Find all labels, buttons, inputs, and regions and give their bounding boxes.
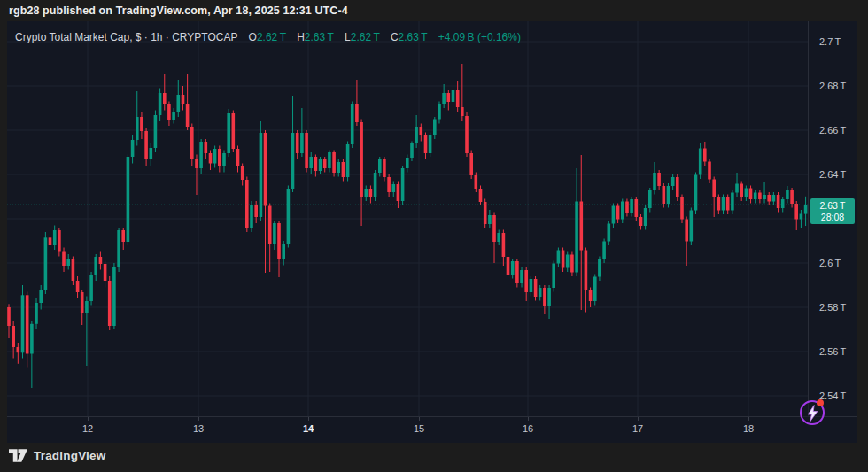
candle-body	[195, 159, 198, 168]
candle-body	[465, 116, 469, 153]
candle-body	[507, 257, 510, 275]
candle-body	[648, 190, 652, 208]
candle-body	[420, 127, 423, 135]
candle-body	[26, 295, 29, 353]
candle-body	[438, 104, 441, 120]
candle-body	[630, 199, 633, 213]
candle-body	[150, 148, 153, 159]
candle-body	[456, 90, 460, 107]
candle-body	[383, 159, 386, 177]
candle-body	[758, 193, 762, 200]
candle-body	[227, 113, 230, 153]
candle-body	[598, 259, 601, 277]
candle-body	[625, 202, 629, 213]
time-axis[interactable]: 12131415161718	[7, 416, 857, 443]
time-axis-tick	[419, 417, 420, 421]
candle-body	[159, 93, 162, 115]
candle-body	[397, 184, 400, 201]
candle-body	[401, 168, 405, 201]
time-axis-label: 16	[523, 423, 533, 434]
price-axis-label: 2.54 T	[819, 390, 846, 402]
candle-body	[136, 117, 139, 140]
candle-body	[309, 157, 313, 168]
candle-body	[387, 177, 391, 192]
candle-body	[369, 189, 373, 197]
attribution-text: rgb28 published on TradingView.com, Apr …	[9, 4, 348, 17]
candle-body	[763, 195, 766, 199]
candle-body	[479, 189, 483, 202]
price-axis[interactable]: 2.63 T 28:08 2.7 T2.68 T2.66 T2.64 T2.6 …	[808, 21, 857, 416]
candle-body	[566, 255, 570, 268]
high-value: 2.63 T	[305, 31, 334, 43]
candle-body	[515, 261, 519, 283]
candle-body	[305, 133, 308, 168]
candle-body	[717, 197, 721, 211]
candle-body	[62, 252, 66, 267]
candle-body	[131, 140, 135, 157]
candle-body	[511, 261, 515, 275]
open-label: O	[249, 31, 257, 43]
candle-body	[671, 177, 675, 186]
candle-body	[177, 95, 181, 112]
candle-body	[731, 193, 734, 211]
tradingview-home-link[interactable]: TradingView	[9, 449, 105, 462]
candle-body	[621, 202, 624, 220]
candle-body	[300, 133, 304, 153]
candle-body	[328, 152, 331, 168]
candle-body	[676, 177, 679, 197]
candle-body	[108, 281, 112, 326]
candle-body	[786, 190, 789, 199]
time-axis-label: 14	[303, 423, 314, 434]
candle-body	[433, 120, 437, 135]
published-chart-page: rgb28 published on TradingView.com, Apr …	[0, 0, 868, 472]
candle-body	[740, 184, 743, 197]
candle-body	[337, 162, 340, 173]
brand-name: TradingView	[34, 449, 105, 462]
candle-body	[35, 303, 38, 324]
candle-body	[53, 230, 57, 245]
candle-body	[735, 184, 739, 193]
candles	[7, 64, 807, 388]
price-axis-label: 2.64 T	[819, 168, 846, 181]
candle-body	[39, 290, 43, 303]
candle-body	[452, 90, 455, 102]
candle-body	[800, 214, 803, 220]
candle-body	[355, 104, 359, 122]
price-axis-label: 2.56 T	[819, 345, 846, 358]
candle-body	[424, 135, 428, 153]
time-axis-tick	[748, 417, 749, 421]
candle-body	[205, 142, 208, 153]
candle-body	[140, 117, 143, 131]
candle-body	[182, 95, 185, 104]
candle-body	[794, 204, 798, 220]
candle-body	[287, 189, 291, 244]
candle-body	[241, 166, 244, 180]
candle-body	[690, 211, 694, 242]
candle-body	[657, 173, 661, 186]
price-axis-label: 2.6 T	[819, 257, 841, 269]
candle-body	[218, 149, 221, 166]
candle-body	[534, 279, 538, 297]
candle-body	[680, 197, 684, 220]
candle-body	[209, 153, 213, 164]
close-label: C	[391, 31, 399, 43]
candle-body	[580, 202, 584, 251]
candle-body	[213, 149, 217, 164]
candle-body	[282, 244, 285, 259]
candle-body	[429, 135, 432, 153]
candle-body	[342, 162, 345, 177]
candle-body	[543, 288, 546, 306]
candle-body	[708, 162, 711, 180]
candle-body	[461, 107, 464, 116]
candle-body	[30, 324, 34, 354]
candle-body	[552, 264, 555, 289]
candlestick-plot[interactable]	[7, 21, 808, 416]
time-axis-tick	[638, 417, 639, 421]
high-label: H	[297, 31, 305, 43]
candle-body	[351, 104, 354, 144]
time-axis-label: 13	[193, 423, 204, 434]
candle-body	[447, 93, 451, 102]
candle-body	[415, 127, 418, 143]
candle-body	[222, 153, 226, 166]
candle-body	[502, 233, 506, 257]
